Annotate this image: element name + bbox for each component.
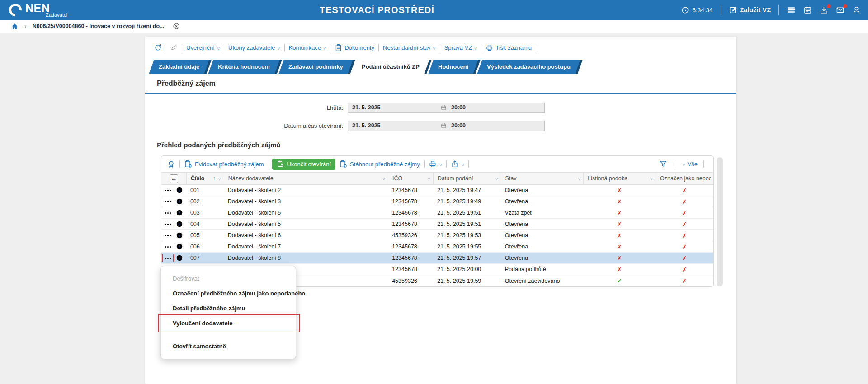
close-tab-icon[interactable] <box>173 23 180 30</box>
ico-value: 12345678 <box>388 266 433 272</box>
info-icon[interactable]: i <box>176 220 183 228</box>
row-menu-button[interactable] <box>163 187 173 194</box>
download-interests-button[interactable]: Stáhnout předběžné zájmy <box>339 160 420 168</box>
context-menu-item-oznaceni-predbezneho-zajmu-jako-nepodaneho[interactable]: Označení předběžného zájmu jako nepodané… <box>161 286 296 301</box>
toolbar-link-sprava-vz[interactable]: Správa VZ▽ <box>444 44 477 51</box>
filter-all-button[interactable]: ▽ Vše <box>682 161 698 168</box>
context-menu-item-vylouceni-dodavatele[interactable]: Vyloučení dodavatele <box>161 315 296 331</box>
column-header-label: Označen jako nepodaný <box>660 175 711 182</box>
row-menu-button[interactable] <box>163 198 173 205</box>
status-value: Otevřena <box>501 221 584 227</box>
table-scrollbar[interactable] <box>717 157 723 286</box>
table-row[interactable]: i004Dodavatel - školení 51234567821. 5. … <box>161 219 713 230</box>
calendar-button[interactable] <box>803 6 812 14</box>
filter-caret-icon[interactable]: ▽ <box>382 177 385 181</box>
tab-zakladni-udaje[interactable]: Základní údaje <box>149 60 212 74</box>
row-menu-button[interactable] <box>163 221 173 228</box>
tab-zadavaci-podminky[interactable]: Zadávací podmínky <box>279 60 355 74</box>
table-row[interactable]: i005Dodavatel - školení 64535932621. 5. … <box>161 230 713 241</box>
table-section-title: Přehled podaných předběžných zájmů <box>157 141 280 149</box>
column-header-ico[interactable]: IČO▽ <box>388 173 433 184</box>
filter-caret-icon[interactable]: ▽ <box>218 177 221 181</box>
create-vz-label: Založit VZ <box>740 6 771 14</box>
info-icon[interactable]: i <box>176 198 183 205</box>
tab-vysledek-zadavaciho-postupu[interactable]: Výsledek zadávacího postupu <box>477 60 582 74</box>
refresh-button[interactable] <box>154 44 162 52</box>
breadcrumb-item[interactable]: N006/25/V00004860 - Inovace v rozvoji ří… <box>33 23 165 29</box>
supplier-name: Dodavatel - školení 3 <box>224 198 388 205</box>
table-row[interactable]: i006Dodavatel - školení 71234567821. 5. … <box>161 241 713 253</box>
row-actions-cell: i <box>161 232 186 239</box>
toolbar-link-tisk-zaznamu[interactable]: Tisk záznamu <box>486 44 532 52</box>
row-menu-button[interactable] <box>163 210 173 216</box>
main-menu-button[interactable] <box>787 5 796 14</box>
row-actions-cell: i <box>161 220 186 228</box>
screen: NEN Zadavatel TESTOVACÍ PROSTŘEDÍ 6:34:3… <box>0 0 868 384</box>
context-menu-item-otevrit-samostatne[interactable]: Otevřít samostatně <box>161 339 296 353</box>
column-header-listinna-podoba[interactable]: Listinná podoba▽ <box>583 173 656 184</box>
print-menu-button[interactable]: ▽ <box>429 160 442 168</box>
cross-icon: ✗ <box>682 277 687 284</box>
cross-icon: ✗ <box>617 255 622 262</box>
table-row[interactable]: i002Dodavatel - školení 31234567821. 5. … <box>161 196 713 207</box>
info-icon[interactable]: i <box>176 254 183 262</box>
info-icon[interactable]: i <box>176 209 183 216</box>
toolbar-link-nestandardni-stav[interactable]: Nestandardní stav▽ <box>383 44 436 51</box>
chevron-down-icon: ▽ <box>277 46 280 50</box>
toolbar-link-komunikace[interactable]: Komunikace▽ <box>289 44 326 51</box>
tab-kriteria-hodnoceni[interactable]: Kritéria hodnocení <box>208 60 282 74</box>
record-interest-button[interactable]: Evidovat předběžný zájem <box>184 160 264 168</box>
toolbar-link-label: Nestandardní stav <box>383 44 431 51</box>
info-icon[interactable]: i <box>176 232 183 239</box>
filter-caret-icon[interactable]: ▽ <box>650 177 653 181</box>
cross-icon: ✗ <box>682 198 687 205</box>
doc-icon <box>335 44 342 52</box>
downloads-button[interactable] <box>820 6 828 14</box>
home-icon[interactable] <box>11 23 19 30</box>
column-header-label: Stav <box>505 175 577 182</box>
paper-form-mark: ✔ <box>583 277 656 284</box>
context-menu-item-detail-predbezneho-zajmu[interactable]: Detail předběžného zájmu <box>161 301 296 315</box>
toolbar-link-uverejneni[interactable]: Uveřejnění▽ <box>186 44 220 51</box>
divider <box>536 44 536 51</box>
deadline-time-value: 20:00 <box>451 104 466 111</box>
filter-caret-icon[interactable]: ▽ <box>578 177 580 181</box>
column-header-nazev-dodavatele[interactable]: Název dodavatele▽ <box>224 173 388 184</box>
column-settings-icon[interactable]: ⇄ <box>170 174 178 183</box>
messages-button[interactable] <box>836 6 844 14</box>
tab-hodnoceni[interactable]: Hodnocení <box>428 60 480 74</box>
info-icon[interactable]: i <box>176 187 183 194</box>
cross-icon: ✗ <box>617 221 622 228</box>
column-header-stav[interactable]: Stav▽ <box>501 173 584 184</box>
tab-bar: Základní údajeKritéria hodnoceníZadávací… <box>151 60 582 74</box>
table-filter-controls: ▽ Vše <box>659 160 708 168</box>
award-icon[interactable] <box>167 160 175 169</box>
submission-date: 21. 5. 2025 19:57 <box>433 255 501 261</box>
finish-opening-button[interactable]: Ukončit otevírání <box>272 159 335 170</box>
supplier-name: Dodavatel - školení 7 <box>224 244 388 250</box>
create-vz-button[interactable]: Založit VZ <box>729 6 771 14</box>
column-header-datum-podani[interactable]: Datum podání▽ <box>433 173 501 184</box>
row-menu-button[interactable] <box>163 244 173 250</box>
info-icon[interactable]: i <box>176 243 183 250</box>
filter-funnel-icon[interactable] <box>659 160 667 168</box>
tab-podani-ucastniku-zp[interactable]: Podání účastníků ZP <box>352 60 431 74</box>
user-profile-button[interactable] <box>852 6 861 14</box>
toolbar-link-ukony-zadavatele[interactable]: Úkony zadavatele▽ <box>228 44 280 51</box>
export-menu-button[interactable]: ▽ <box>451 160 464 168</box>
marked-unsubmitted-mark: ✗ <box>656 187 713 194</box>
row-menu-button[interactable] <box>163 232 173 239</box>
table-row[interactable]: i003Dodavatel - školení 51234567821. 5. … <box>161 207 713 219</box>
printer-icon <box>486 44 493 52</box>
toolbar-link-label: Tisk záznamu <box>495 44 532 51</box>
table-row[interactable]: i007Dodavatel - školení 81234567821. 5. … <box>161 253 713 264</box>
row-number: 001 <box>186 187 224 193</box>
filter-caret-icon[interactable]: ▽ <box>428 177 430 181</box>
table-row[interactable]: i001Dodavatel - školení 21234567821. 5. … <box>161 185 713 196</box>
toolbar-link-dokumenty[interactable]: Dokumenty <box>335 44 374 52</box>
row-menu-button[interactable] <box>163 255 173 262</box>
column-header-oznacen-jako-nepodany[interactable]: Označen jako nepodaný <box>656 173 713 184</box>
filter-caret-icon[interactable]: ▽ <box>495 177 498 181</box>
column-header-label: Číslo <box>191 175 212 182</box>
column-header-cislo[interactable]: Číslo↑▽ <box>186 173 224 184</box>
